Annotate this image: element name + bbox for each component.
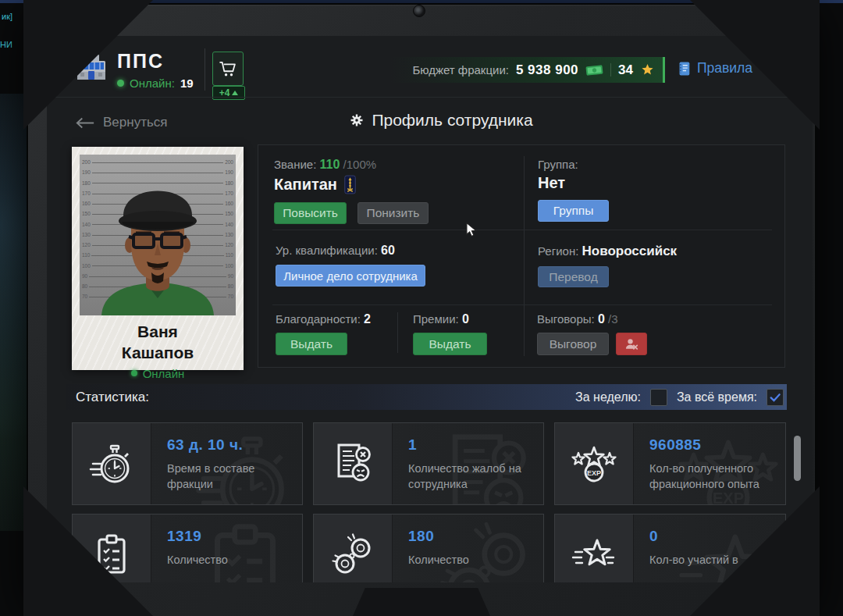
reprimand-button[interactable]: Выговор [537,333,609,355]
cart-badge: +4 [212,86,245,100]
stat-label: Время в составе фракции [167,461,296,492]
rules-book-icon [678,61,691,77]
header-divider [205,48,205,91]
qualification-cell: Ур. квалификации: 60 Личное дело сотрудн… [276,244,425,287]
shop-cart-button[interactable] [212,52,244,86]
check-icon [768,390,782,404]
stat-card-arrests: 180 Количество [313,514,544,582]
panel-divider [524,156,525,356]
faction-budget-bar: Бюджет фракции: 5 938 900 34 [390,57,665,83]
stat-card-time-in-faction: 63 д. 10 ч. Время в составе фракции [72,422,303,505]
statistics-bar: Статистика: За неделю: За всё время: [66,384,787,410]
demote-button[interactable]: Понизить [357,202,429,224]
qualification-label: Ур. квалификации: [276,244,378,257]
rank-label: Звание: [274,158,316,171]
cart-icon [218,59,238,79]
statistics-title: Статистика: [76,390,149,405]
fire-employee-button[interactable] [616,333,647,355]
game-world-glimpse [0,94,27,531]
faction-stars-value: 34 [618,62,633,78]
panel-divider [397,312,398,353]
employee-online-status: Онлайн [80,367,236,380]
region-value: Новороссийск [582,244,678,258]
rank-insignia-icon [344,175,356,194]
group-label: Группа: [538,158,609,171]
triangle-up-icon [232,91,238,95]
gear-icon [350,113,364,127]
page-title: Профиль сотрудника [372,111,532,130]
game-chat-fragment: НИ [0,40,12,49]
employee-photo-card: 2002001901901801801701701601601501501401… [72,147,244,370]
stat-value: 63 д. 10 ч. [167,436,296,454]
alltime-filter-label: За всё время: [677,390,757,404]
reprimands-suffix: /3 [608,312,618,326]
stat-value: 960885 [649,436,779,454]
faction-panel: ППС Онлайн: 19 +4 Бюджет фракции: 5 938 … [47,36,813,582]
rank-cell: Звание: 110 /100% Капитан Повысить П [274,158,429,224]
money-icon [585,64,603,77]
gratitudes-label: Благодарности: [276,312,361,326]
bonuses-label: Премии: [413,312,459,326]
week-filter-label: За неделю: [575,390,641,404]
star-icon [640,62,655,77]
rank-value: 110 [320,158,340,171]
give-bonus-button[interactable]: Выдать [413,333,487,355]
complaints-document-icon [314,423,393,504]
bonuses-value: 0 [462,312,469,326]
region-label: Регион: [538,244,578,258]
back-arrow-icon [75,117,95,129]
group-value: Нет [538,174,565,192]
online-status-label: Онлайн [143,367,185,380]
mouse-cursor [466,222,478,239]
scrollbar-thumb[interactable] [794,436,801,481]
online-dot-icon [131,370,137,376]
stat-value: 1 [408,436,537,454]
week-checkbox[interactable] [650,389,667,406]
mugshot: 2002001901901801801701701601601501501401… [80,155,236,315]
personal-file-button[interactable]: Личное дело сотрудника [276,265,425,287]
gratitudes-value: 2 [364,312,371,326]
stat-label: Кол-во участий в [649,553,738,568]
exp-stars-icon [555,423,634,504]
stat-value: 1319 [167,528,228,545]
reprimands-cell: Выговоры: 0 /3 Выговор [537,312,647,355]
alltime-checkbox[interactable] [767,389,784,406]
game-chat-fragment: ик] [2,12,12,21]
stat-value: 180 [408,528,469,545]
promote-button[interactable]: Повысить [274,202,347,224]
transfer-button[interactable]: Перевод [538,266,609,287]
bezel-bottom-tab [353,588,490,616]
online-dot-icon [117,80,124,87]
stat-label: Кол-во полученного фракционного опыта [649,461,779,492]
gratitudes-cell: Благодарности: 2 Выдать [276,312,371,355]
reprimands-value: 0 [598,312,605,326]
faction-online: Онлайн: 19 [117,77,194,90]
give-gratitude-button[interactable]: Выдать [276,333,347,355]
back-button[interactable]: Вернуться [75,115,168,130]
rules-button[interactable]: Правила [678,60,752,77]
stat-label: Количество [408,553,469,568]
groups-button[interactable]: Группы [538,200,609,222]
employee-info-panel: Звание: 110 /100% Капитан Повысить П [258,144,785,368]
stopwatch-icon [73,423,151,504]
budget-value: 5 938 900 [516,62,578,78]
back-label: Вернуться [103,115,168,130]
rank-name: Капитан [274,176,337,194]
game-screen: ик] НИ ППС Онлайн: 19 +4 [0,0,843,616]
handcuffs-icon [314,515,393,582]
stat-value: 0 [649,528,738,545]
panel-divider [272,304,772,305]
event-star-icon [555,515,634,582]
faction-title: ППС [117,50,164,73]
stat-label: Количество [167,553,228,568]
panel-divider [272,230,772,230]
header-underline [47,97,813,98]
employee-portrait [80,155,236,315]
rules-label: Правила [697,60,752,77]
statistics-cards: 63 д. 10 ч. Время в составе фракции 1 Ко… [72,422,787,582]
rank-suffix: /100% [343,158,377,171]
tablet-camera [413,5,425,17]
bonuses-cell: Премии: 0 Выдать [413,312,487,355]
person-x-icon [624,336,639,351]
online-label: Онлайн: [130,77,175,90]
